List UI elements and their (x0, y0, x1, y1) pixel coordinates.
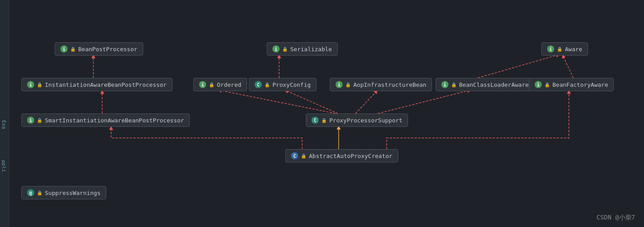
node-AbstractAutoProxyCreator[interactable]: C🔒AbstractAutoProxyCreator (285, 149, 398, 162)
svg-line-6 (218, 90, 336, 114)
node-icon-AbstractAutoProxyCreator: C (291, 152, 298, 159)
node-icon-AopInfrastructureBean: i (336, 81, 343, 88)
node-ProxyConfig[interactable]: C🔒ProxyConfig (249, 78, 316, 91)
node-icon-ProxyProcessorSupport: C (312, 117, 319, 124)
node-BeanFactoryAware[interactable]: i🔒BeanFactoryAware (529, 78, 614, 91)
node-label-Aware: Aware (565, 46, 582, 53)
node-label-ProxyProcessorSupport: ProxyProcessorSupport (329, 117, 402, 124)
node-InstantiationAwareBeanPostProcessor[interactable]: i🔒InstantiationAwareBeanPostProcessor (21, 78, 172, 91)
watermark: CSDN @小柴7 (596, 214, 635, 222)
left-label-pli: ppli (1, 160, 7, 172)
node-label-BeanFactoryAware: BeanFactoryAware (552, 81, 608, 88)
node-icon-BeanPostProcessor: i (60, 45, 68, 53)
node-label-AbstractAutoProxyCreator: AbstractAutoProxyCreator (309, 153, 392, 159)
left-label-exa: Exa (1, 120, 7, 129)
svg-line-3 (562, 54, 573, 78)
node-icon-BeanClassLoaderAware: i (441, 81, 448, 88)
node-icon-Serializable: i (272, 45, 280, 53)
node-icon-BeanFactoryAware: i (535, 81, 542, 88)
lock-icon-SuppressWarnings: 🔒 (37, 191, 42, 195)
svg-line-8 (378, 90, 471, 114)
node-AopInfrastructureBean[interactable]: i🔒AopInfrastructureBean (330, 78, 432, 91)
lock-icon-InstantiationAwareBeanPostProcessor: 🔒 (37, 82, 42, 87)
node-label-SuppressWarnings: SuppressWarnings (45, 190, 100, 196)
svg-line-7 (356, 90, 378, 114)
node-Aware[interactable]: i🔒Aware (541, 42, 588, 56)
svg-line-5 (284, 90, 338, 114)
node-label-SmartInstantiationAwareBeanPostProcessor: SmartInstantiationAwareBeanPostProcessor (45, 117, 184, 124)
node-BeanPostProcessor[interactable]: i🔒BeanPostProcessor (55, 42, 143, 56)
node-label-Ordered: Ordered (217, 81, 241, 88)
node-ProxyProcessorSupport[interactable]: C🔒ProxyProcessorSupport (306, 114, 408, 127)
lock-icon-SmartInstantiationAwareBeanPostProcessor: 🔒 (37, 118, 42, 123)
node-icon-Ordered: i (199, 81, 206, 88)
lock-icon-Aware: 🔒 (557, 47, 562, 52)
lock-icon-BeanClassLoaderAware: 🔒 (451, 82, 456, 87)
lock-icon-BeanPostProcessor: 🔒 (70, 47, 76, 52)
lock-icon-BeanFactoryAware: 🔒 (544, 82, 550, 87)
node-label-ProxyConfig: ProxyConfig (272, 81, 311, 88)
svg-line-2 (478, 54, 560, 78)
node-Serializable[interactable]: i🔒Serializable (267, 42, 338, 56)
node-label-InstantiationAwareBeanPostProcessor: InstantiationAwareBeanPostProcessor (45, 81, 167, 88)
node-BeanClassLoaderAware[interactable]: i🔒BeanClassLoaderAware (436, 78, 535, 91)
lock-icon-AbstractAutoProxyCreator: 🔒 (301, 154, 306, 158)
node-label-AopInfrastructureBean: AopInfrastructureBean (353, 81, 426, 88)
node-icon-SmartInstantiationAwareBeanPostProcessor: i (27, 117, 34, 124)
node-icon-Aware: i (547, 45, 554, 53)
node-icon-ProxyConfig: C (255, 81, 262, 88)
node-label-BeanClassLoaderAware: BeanClassLoaderAware (459, 81, 529, 88)
node-SmartInstantiationAwareBeanPostProcessor[interactable]: i🔒SmartInstantiationAwareBeanPostProcess… (21, 114, 190, 127)
node-Ordered[interactable]: i🔒Ordered (193, 78, 247, 91)
left-bar: Exa ppli (0, 0, 9, 227)
lock-icon-ProxyConfig: 🔒 (264, 82, 270, 87)
node-label-Serializable: Serializable (290, 46, 332, 53)
node-icon-SuppressWarnings: @ (27, 189, 34, 196)
diagram-container: Exa ppli (0, 0, 644, 227)
lock-icon-AopInfrastructureBean: 🔒 (345, 82, 351, 87)
lock-icon-ProxyProcessorSupport: 🔒 (321, 118, 327, 123)
lock-icon-Ordered: 🔒 (209, 82, 214, 87)
node-label-BeanPostProcessor: BeanPostProcessor (78, 46, 137, 53)
node-SuppressWarnings[interactable]: @🔒SuppressWarnings (21, 186, 106, 199)
node-icon-InstantiationAwareBeanPostProcessor: i (27, 81, 34, 88)
lock-icon-Serializable: 🔒 (282, 47, 288, 52)
